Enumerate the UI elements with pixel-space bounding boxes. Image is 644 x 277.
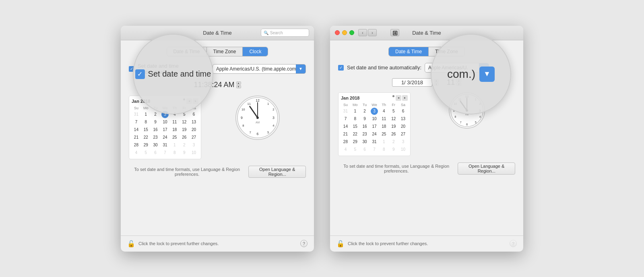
cal-day[interactable]: 30 — [152, 142, 159, 149]
cal-day[interactable]: 4 — [132, 149, 140, 156]
time-stepper-left[interactable]: ▲ ▼ — [236, 81, 241, 88]
dropdown-arrow-left[interactable]: ▼ — [296, 65, 305, 73]
cal-day[interactable]: 8 — [380, 146, 388, 153]
grid-btn-right[interactable]: ⊞ — [390, 29, 399, 36]
date-field-right[interactable]: 1/ 3/2018 — [392, 78, 432, 87]
cal-day[interactable]: 5 — [351, 146, 359, 153]
cal-day[interactable]: 23 — [152, 134, 159, 141]
cal-day[interactable]: 13 — [400, 115, 407, 123]
cal-day[interactable]: 31 — [371, 138, 378, 146]
open-language-btn-left[interactable]: Open Language & Region... — [248, 166, 306, 178]
cal-day[interactable]: 17 — [371, 123, 378, 130]
cal-day[interactable]: 27 — [190, 134, 198, 141]
tab-timezone-left[interactable]: Time Zone — [207, 47, 243, 56]
cal-day[interactable]: 2 — [390, 138, 397, 146]
cal-day[interactable]: 14 — [342, 123, 349, 130]
cal-day[interactable]: 16 — [361, 123, 368, 130]
tab-datetime-right[interactable]: Date & Time — [389, 47, 429, 56]
search-bar-left[interactable]: 🔍 Search — [261, 29, 309, 37]
cal-day[interactable]: 24 — [371, 131, 378, 138]
help-btn-left[interactable]: ? — [300, 240, 308, 247]
cal-day[interactable]: 4 — [380, 108, 388, 115]
cal-day[interactable]: 11 — [171, 119, 178, 126]
time-step-down-left[interactable]: ▼ — [236, 85, 241, 88]
cal-day[interactable]: 3 — [400, 138, 407, 146]
lock-icon-left[interactable]: 🔓 — [127, 240, 135, 248]
cal-day[interactable]: 30 — [361, 138, 368, 146]
cal-day[interactable]: 16 — [152, 126, 159, 133]
lock-icon-right[interactable]: 🔓 — [336, 240, 345, 248]
cal-day[interactable]: 8 — [351, 115, 359, 123]
cal-day[interactable]: 14 — [132, 126, 140, 133]
cal-day[interactable]: 2 — [181, 142, 188, 149]
cal-day[interactable]: 7 — [371, 146, 378, 153]
cal-day[interactable]: 25 — [171, 134, 178, 141]
cal-day[interactable]: 1 — [351, 108, 359, 115]
cal-day[interactable]: 18 — [380, 123, 388, 130]
auto-time-checkbox-right[interactable]: ✓ — [338, 65, 344, 71]
cal-day[interactable]: 10 — [161, 119, 169, 126]
cal-day[interactable]: 28 — [132, 142, 140, 149]
cal-day[interactable]: 10 — [371, 115, 378, 123]
nav-back-btn-right[interactable]: ‹ — [358, 29, 367, 36]
cal-day[interactable]: 20 — [190, 126, 198, 133]
cal-day[interactable]: 3 — [190, 142, 198, 149]
cal-day[interactable]: 29 — [351, 138, 359, 146]
cal-day-today[interactable]: 3 — [371, 108, 378, 115]
cal-day[interactable]: 9 — [390, 146, 397, 153]
open-language-btn-right[interactable]: Open Language & Region... — [458, 162, 515, 175]
cal-day[interactable]: 12 — [390, 115, 397, 123]
cal-day[interactable]: 24 — [161, 134, 169, 141]
cal-day[interactable]: 9 — [361, 115, 368, 123]
cal-day[interactable]: 15 — [142, 126, 149, 133]
cal-day[interactable]: 28 — [342, 138, 349, 146]
cal-day[interactable]: 26 — [390, 131, 397, 138]
nav-forward-btn-right[interactable]: › — [368, 29, 377, 36]
cal-day[interactable]: 31 — [132, 111, 140, 118]
cal-day[interactable]: 25 — [380, 131, 388, 138]
time-step-up-left[interactable]: ▲ — [236, 81, 241, 85]
cal-day[interactable]: 7 — [132, 119, 140, 126]
cal-day[interactable]: 7 — [161, 149, 169, 156]
cal-day[interactable]: 7 — [342, 115, 349, 123]
cal-day[interactable]: 21 — [342, 131, 349, 138]
cal-day[interactable]: 31 — [342, 108, 349, 115]
cal-day[interactable]: 8 — [171, 149, 178, 156]
cal-day[interactable]: 1 — [142, 111, 149, 118]
cal-day[interactable]: 15 — [351, 123, 359, 130]
cal-day[interactable]: 20 — [400, 123, 407, 130]
cal-day[interactable]: 5 — [142, 149, 149, 156]
cal-day[interactable]: 11 — [380, 115, 388, 123]
cal-day[interactable]: 22 — [142, 134, 149, 141]
cal-prev-right[interactable]: ◂ — [396, 95, 401, 101]
cal-day[interactable]: 10 — [190, 149, 198, 156]
cal-day[interactable]: 2 — [152, 111, 159, 118]
cal-day[interactable]: 5 — [390, 108, 397, 115]
cal-day[interactable]: 6 — [190, 111, 198, 118]
close-btn-right[interactable] — [335, 30, 340, 35]
cal-day[interactable]: 2 — [361, 108, 368, 115]
cal-day[interactable]: 9 — [152, 119, 159, 126]
cal-day[interactable]: 9 — [181, 149, 188, 156]
fullscreen-btn-right[interactable] — [349, 30, 354, 35]
cal-day[interactable]: 26 — [181, 134, 188, 141]
tab-clock-left[interactable]: Clock — [243, 47, 268, 56]
cal-day[interactable]: 6 — [400, 108, 407, 115]
cal-day[interactable]: 31 — [161, 142, 169, 149]
cal-day[interactable]: 19 — [390, 123, 397, 130]
cal-day[interactable]: 1 — [171, 142, 178, 149]
cal-day[interactable]: 17 — [161, 126, 169, 133]
cal-day[interactable]: 21 — [132, 134, 140, 141]
server-dropdown-left[interactable]: Apple Americas/U.S. (time.apple.com.) ▼ — [213, 64, 306, 74]
cal-day[interactable]: 23 — [361, 131, 368, 138]
cal-day[interactable]: 18 — [171, 126, 178, 133]
cal-day[interactable]: 6 — [152, 149, 159, 156]
cal-day[interactable]: 13 — [190, 119, 198, 126]
cal-next-right[interactable]: ▸ — [402, 95, 408, 101]
cal-day[interactable]: 1 — [380, 138, 388, 146]
cal-day[interactable]: 10 — [400, 146, 407, 153]
cal-day[interactable]: 8 — [142, 119, 149, 126]
help-btn-right[interactable]: ? — [510, 240, 517, 247]
cal-day[interactable]: 27 — [400, 131, 407, 138]
cal-day[interactable]: 19 — [181, 126, 188, 133]
